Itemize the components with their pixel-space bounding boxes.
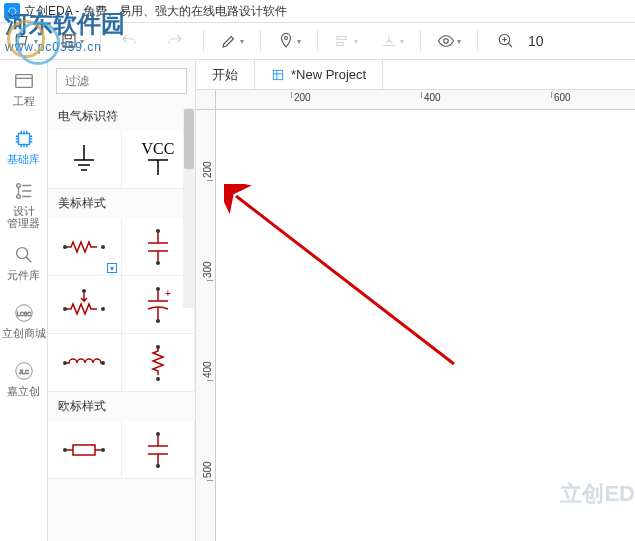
watermark-right: 立创ED	[560, 479, 635, 509]
tabs: 开始 *New Project	[196, 60, 635, 90]
save-button[interactable]: ▾	[50, 26, 94, 56]
left-rail: 工程 基础库 设计 管理器 元件库 LCSC 立创商城 JLC 嘉立创	[0, 60, 48, 541]
svg-point-32	[63, 307, 67, 311]
svg-point-24	[63, 245, 67, 249]
svg-point-43	[156, 345, 160, 349]
component-gnd[interactable]	[48, 131, 122, 189]
zoom-value: 10	[528, 33, 544, 49]
tab-label: 开始	[212, 66, 238, 84]
rail-label: 立创商城	[2, 327, 46, 339]
title-bar: ⎔ 立创EDA - 免费、易用、强大的在线电路设计软件	[0, 0, 635, 22]
tab-new-project[interactable]: *New Project	[255, 60, 383, 89]
svg-rect-5	[337, 43, 343, 46]
rail-project[interactable]: 工程	[0, 60, 47, 118]
svg-point-3	[285, 37, 288, 40]
svg-point-41	[63, 361, 67, 365]
open-button[interactable]: ▾	[4, 26, 48, 56]
rail-label: 基础库	[7, 153, 40, 165]
rail-jlc[interactable]: JLC 嘉立创	[0, 350, 47, 408]
app-icon: ⎔	[4, 3, 20, 19]
rail-label: 工程	[13, 95, 35, 107]
rail-label: 嘉立创	[7, 385, 40, 397]
rail-basiclib[interactable]: 基础库	[0, 118, 47, 176]
rail-lcsc-mall[interactable]: LCSC 立创商城	[0, 292, 47, 350]
section-electrical: 电气标识符	[48, 102, 195, 131]
component-resistor-us[interactable]: ▾	[48, 218, 122, 276]
zoom-in-button[interactable]	[484, 26, 528, 56]
svg-point-54	[156, 432, 160, 436]
expand-icon[interactable]: ▾	[107, 263, 117, 273]
svg-text:LCSC: LCSC	[16, 311, 31, 317]
filter-input[interactable]	[56, 68, 187, 94]
svg-point-48	[63, 448, 67, 452]
svg-point-30	[156, 229, 160, 233]
main-toolbar: ▾ ▾ ▾ ▾ ▾ ▾ ▾ 10	[0, 22, 635, 60]
svg-rect-9	[18, 134, 29, 145]
svg-point-33	[101, 307, 105, 311]
tab-start[interactable]: 开始	[196, 60, 255, 89]
svg-rect-2	[66, 42, 72, 47]
ruler-horizontal: 200 400 600	[216, 90, 635, 110]
svg-rect-46	[73, 445, 95, 455]
canvas-grid[interactable]	[216, 110, 635, 541]
svg-rect-1	[65, 35, 71, 39]
library-panel: 电气标识符 VCC 美标样式 ▾ +	[48, 60, 196, 541]
align-tool-1[interactable]: ▾	[324, 26, 368, 56]
component-capacitor-eu[interactable]	[122, 421, 196, 479]
svg-text:JLC: JLC	[19, 369, 29, 375]
section-us-style: 美标样式	[48, 189, 195, 218]
svg-text:+: +	[165, 288, 171, 299]
panel-scrollbar[interactable]	[183, 108, 195, 308]
svg-point-10	[16, 184, 20, 188]
svg-rect-8	[15, 75, 32, 88]
rail-label: 设计 管理器	[7, 205, 40, 229]
section-eu-style: 欧标样式	[48, 392, 195, 421]
align-tool-2[interactable]: ▾	[370, 26, 414, 56]
svg-point-11	[16, 195, 20, 199]
canvas[interactable]: 200 400 600 200 300 400 500 立创ED	[196, 90, 635, 541]
svg-point-34	[82, 289, 86, 293]
ruler-vertical: 200 300 400 500	[196, 110, 216, 541]
view-tool[interactable]: ▾	[427, 26, 471, 56]
svg-point-31	[156, 261, 160, 265]
svg-point-42	[101, 361, 105, 365]
place-tool[interactable]: ▾	[267, 26, 311, 56]
canvas-area: 开始 *New Project 200 400 600 200 300 400 …	[196, 60, 635, 541]
component-resistor-eu[interactable]	[48, 421, 122, 479]
svg-point-49	[101, 448, 105, 452]
rail-partlib[interactable]: 元件库	[0, 234, 47, 292]
undo-button[interactable]	[107, 26, 151, 56]
redo-button[interactable]	[153, 26, 197, 56]
svg-text:VCC: VCC	[141, 140, 174, 157]
app-title: 立创EDA - 免费、易用、强大的在线电路设计软件	[24, 3, 287, 20]
svg-point-55	[156, 464, 160, 468]
svg-point-6	[444, 39, 449, 44]
svg-point-39	[156, 287, 160, 291]
svg-rect-4	[337, 37, 346, 40]
ruler-corner	[196, 90, 216, 110]
tab-label: *New Project	[291, 67, 366, 82]
component-inductor-us[interactable]	[48, 334, 122, 392]
rail-label: 元件库	[7, 269, 40, 281]
component-potentiometer-us[interactable]	[48, 276, 122, 334]
svg-point-25	[101, 245, 105, 249]
svg-point-40	[156, 319, 160, 323]
component-resistor-vert-us[interactable]	[122, 334, 196, 392]
svg-point-44	[156, 377, 160, 381]
rail-design-manager[interactable]: 设计 管理器	[0, 176, 47, 234]
edit-tool[interactable]: ▾	[210, 26, 254, 56]
svg-rect-56	[273, 70, 282, 79]
